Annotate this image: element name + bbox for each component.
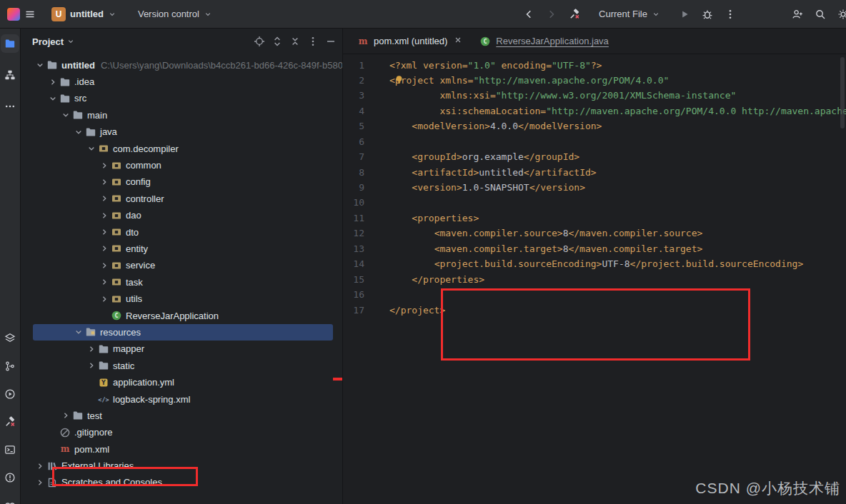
settings-button[interactable]	[833, 4, 846, 24]
tool-terminal-button[interactable]	[1, 440, 19, 459]
chevron-down-icon[interactable]	[72, 326, 84, 338]
tree-item-config[interactable]: config	[21, 173, 342, 190]
tree-item-entity[interactable]: entity	[21, 241, 342, 257]
tool-run-button[interactable]	[1, 385, 19, 403]
tree-item-controller[interactable]: controller	[21, 191, 342, 207]
tree-item-idea[interactable]: .idea	[21, 74, 342, 90]
locate-file-icon[interactable]	[254, 36, 265, 47]
editor-tab-reversejarapplication-java[interactable]: CReverseJarApplication.java	[471, 29, 617, 54]
tree-item-utils[interactable]: utils	[21, 291, 342, 307]
tool-project-button[interactable]	[1, 34, 19, 53]
tree-item-com-decompiler[interactable]: com.decompiler	[21, 140, 342, 156]
line-number: 13	[343, 241, 364, 256]
tree-item-external-libraries[interactable]: External Libraries	[21, 458, 342, 474]
chevron-right-icon[interactable]	[98, 226, 110, 238]
package-icon	[110, 276, 122, 288]
tree-item-logback-spring-xml[interactable]: </>logback-spring.xml	[21, 390, 342, 407]
tree-item-reversejarapplication[interactable]: CReverseJarApplication	[21, 307, 342, 323]
chevron-down-icon[interactable]	[59, 109, 71, 121]
close-tab-icon[interactable]	[454, 36, 462, 46]
chevron-right-icon[interactable]	[85, 343, 97, 355]
tree-item-mapper[interactable]: mapper	[21, 341, 342, 357]
ignored-icon	[59, 427, 71, 438]
tool-build-button[interactable]	[1, 413, 19, 431]
tool-more-button[interactable]	[1, 97, 19, 116]
hide-panel-icon[interactable]	[325, 36, 337, 47]
svg-text:Y: Y	[101, 380, 106, 386]
structure-icon	[4, 69, 16, 81]
tool-vcs-button[interactable]	[1, 357, 19, 376]
chevron-right-icon[interactable]	[59, 410, 71, 421]
tree-item-java[interactable]: java	[21, 124, 342, 140]
tree-item-task[interactable]: task	[21, 274, 342, 291]
search-icon	[815, 9, 826, 20]
chevron-right-icon[interactable]	[98, 210, 110, 221]
chevron-right-icon[interactable]	[98, 293, 110, 305]
chevron-right-icon[interactable]	[34, 477, 46, 488]
chevron-right-icon[interactable]	[98, 193, 110, 204]
chevron-down-icon[interactable]	[85, 143, 97, 154]
back-arrow-icon	[523, 9, 534, 20]
code-with-me-button[interactable]	[787, 4, 807, 24]
chevron-down-icon[interactable]	[46, 93, 59, 104]
chevron-right-icon[interactable]	[98, 276, 110, 288]
editor-scrollbar[interactable]	[840, 57, 845, 128]
tree-item-untitled[interactable]: untitledC:\Users\yang\Downloads\b4ccb261…	[21, 57, 342, 74]
chevron-right-icon[interactable]	[46, 76, 59, 88]
tree-item-scratches-and-consoles[interactable]: Scratches and Consoles	[21, 474, 342, 490]
tree-item-src[interactable]: src	[21, 90, 342, 106]
chevron-down-icon[interactable]	[66, 37, 75, 46]
line-number: 9	[343, 180, 364, 195]
search-everywhere-button[interactable]	[810, 4, 830, 24]
collapse-all-icon[interactable]	[289, 36, 301, 47]
editor-tab-pom-xml-untitled[interactable]: mpom.xml (untitled)	[349, 29, 471, 54]
tree-item-test[interactable]: test	[21, 408, 342, 424]
tree-item-label: dao	[126, 210, 141, 221]
forward-button[interactable]	[542, 4, 562, 24]
chevron-right-icon[interactable]	[34, 460, 46, 472]
tree-item-common[interactable]: common	[21, 157, 342, 173]
chevron-right-icon[interactable]	[85, 360, 97, 371]
tree-item-service[interactable]: service	[21, 257, 342, 273]
chevron-right-icon[interactable]	[98, 176, 110, 188]
line-number: 3	[343, 88, 364, 103]
tree-item-main[interactable]: main	[21, 107, 342, 124]
expand-all-icon[interactable]	[272, 36, 283, 47]
back-button[interactable]	[519, 4, 539, 24]
services-icon	[4, 333, 16, 344]
tree-item-label: config	[126, 176, 151, 187]
tree-item-gitignore[interactable]: .gitignore	[21, 424, 342, 440]
intention-bulb-icon[interactable]	[394, 74, 404, 85]
tree-item-application-yml[interactable]: Yapplication.yml	[21, 374, 342, 390]
tree-item-label: ReverseJarApplication	[126, 311, 219, 321]
chevron-down-icon[interactable]	[34, 59, 46, 71]
project-widget[interactable]: U untitled	[46, 5, 122, 24]
tree-item-resources[interactable]: resources	[21, 324, 342, 341]
tool-profiler-button[interactable]	[1, 496, 19, 504]
tool-structure-button[interactable]	[1, 66, 19, 84]
chevron-right-icon[interactable]	[98, 160, 110, 171]
chevron-down-icon	[652, 10, 660, 19]
chevron-right-icon[interactable]	[98, 243, 110, 254]
tree-item-label: application.yml	[113, 377, 174, 388]
code-text: <project xmlns="http://maven.apache.org/…	[364, 73, 846, 88]
chevron-right-icon[interactable]	[98, 260, 110, 271]
tree-item-dao[interactable]: dao	[21, 207, 342, 223]
run-configuration-selector[interactable]: Current File	[593, 6, 666, 21]
package-icon	[110, 176, 122, 188]
panel-options-icon[interactable]	[307, 36, 319, 47]
tree-item-static[interactable]: static	[21, 358, 342, 374]
debug-button[interactable]	[697, 4, 717, 24]
editor-surface[interactable]: 1<?xml version="1.0" encoding="UTF-8"?>2…	[343, 54, 846, 318]
tool-services-button[interactable]	[1, 329, 19, 348]
more-actions-button[interactable]	[720, 4, 740, 24]
main-menu-icon[interactable]	[20, 4, 40, 24]
tree-item-pom-xml[interactable]: mpom.xml	[21, 440, 342, 457]
chevron-down-icon[interactable]	[72, 126, 84, 138]
build-button[interactable]	[564, 4, 584, 24]
tool-problems-button[interactable]	[1, 468, 19, 487]
tree-item-dto[interactable]: dto	[21, 223, 342, 240]
vcs-widget[interactable]: Version control	[132, 6, 218, 21]
run-button[interactable]	[675, 4, 695, 24]
line-number: 1	[343, 58, 364, 73]
